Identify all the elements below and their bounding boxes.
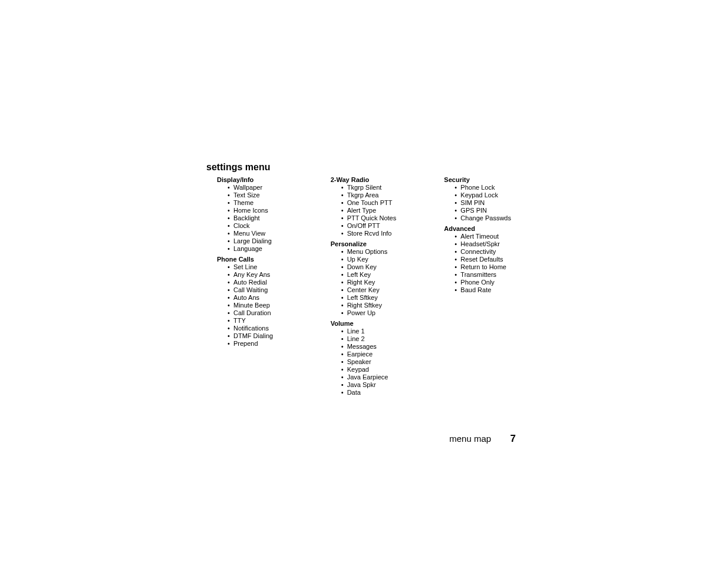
menu-item: Keypad Lock [454,191,535,199]
menu-item: Home Icons [228,207,308,214]
menu-item: Right Sftkey [341,302,422,309]
menu-item: Auto Redial [228,279,308,286]
menu-item: DTMF Dialing [228,332,308,340]
menu-item: Clock [228,222,308,230]
menu-item: Power Up [341,309,422,317]
menu-item: Down Key [341,263,422,271]
menu-item: One Touch PTT [341,199,422,207]
menu-item: Store Rcvd Info [341,230,422,237]
menu-item: Theme [228,199,308,207]
menu-group-list: Wallpaper Text Size Theme Home Icons Bac… [228,184,308,253]
menu-item: Backlight [228,214,308,222]
menu-item: Java Spkr [341,381,422,389]
menu-item: Right Key [341,279,422,286]
group-heading: Personalize [331,240,422,248]
group-heading: Volume [331,319,422,328]
menu-item: Up Key [341,256,422,263]
menu-column-1: Display/Info Wallpaper Text Size Theme H… [217,176,308,399]
menu-item: Call Duration [228,309,308,317]
menu-group-list: Alert Timeout Headset/Spkr Connectivity … [454,233,535,294]
menu-item: Wallpaper [228,184,308,191]
menu-item: PTT Quick Notes [341,214,422,222]
menu-group-list: Set Line Any Key Ans Auto Redial Call Wa… [228,263,308,348]
menu-item: Prepend [228,340,308,348]
menu-group-list: Tkgrp Silent Tkgrp Area One Touch PTT Al… [341,184,422,237]
group-heading: Phone Calls [217,255,308,263]
menu-item: Menu View [228,230,308,237]
menu-item: Phone Only [454,279,535,286]
menu-item: Minute Beep [228,302,308,309]
menu-item: GPS PIN [454,207,535,214]
menu-item: Language [228,245,308,253]
menu-item: Line 1 [341,328,422,335]
group-heading: Display/Info [217,176,308,184]
menu-item: Change Passwds [454,214,535,222]
menu-item: Left Sftkey [341,294,422,302]
menu-item: Data [341,389,422,396]
menu-item: Return to Home [454,263,535,271]
menu-item: Baud Rate [454,286,535,294]
menu-item: Text Size [228,191,308,199]
menu-item: Earpiece [341,351,422,358]
footer-section-label: menu map [449,434,491,444]
menu-item: Left Key [341,271,422,279]
menu-item: Menu Options [341,248,422,256]
menu-column-2: 2-Way Radio Tkgrp Silent Tkgrp Area One … [331,176,422,399]
menu-item: Alert Type [341,207,422,214]
menu-item: Center Key [341,286,422,294]
menu-group-list: Menu Options Up Key Down Key Left Key Ri… [341,248,422,317]
menu-item: Headset/Spkr [454,240,535,248]
group-heading: 2-Way Radio [331,176,422,184]
group-heading: Advanced [444,224,535,233]
menu-item: Speaker [341,358,422,366]
menu-item: Large Dialing [228,237,308,245]
menu-item: Reset Defaults [454,256,535,263]
page-title: settings menu [206,162,270,173]
menu-item: Phone Lock [454,184,535,191]
menu-item: Notifications [228,325,308,332]
menu-item: TTY [228,317,308,325]
menu-item: Java Earpiece [341,373,422,381]
page-footer: menu map 7 [0,433,728,445]
menu-item: Tkgrp Area [341,191,422,199]
menu-column-3: Security Phone Lock Keypad Lock SIM PIN … [444,176,535,399]
menu-group-list: Phone Lock Keypad Lock SIM PIN GPS PIN C… [454,184,535,222]
menu-item: On/Off PTT [341,222,422,230]
page: settings menu Display/Info Wallpaper Tex… [0,0,728,562]
menu-item: Call Waiting [228,286,308,294]
menu-item: Line 2 [341,335,422,343]
menu-item: SIM PIN [454,199,535,207]
menu-item: Connectivity [454,248,535,256]
page-number: 7 [510,433,516,444]
menu-item: Set Line [228,263,308,271]
menu-group-list: Line 1 Line 2 Messages Earpiece Speaker … [341,328,422,396]
menu-item: Any Key Ans [228,271,308,279]
menu-item: Tkgrp Silent [341,184,422,191]
menu-item: Messages [341,343,422,351]
menu-item: Transmitters [454,271,535,279]
menu-columns: Display/Info Wallpaper Text Size Theme H… [217,176,535,399]
menu-item: Keypad [341,366,422,373]
menu-item: Auto Ans [228,294,308,302]
group-heading: Security [444,176,535,184]
menu-item: Alert Timeout [454,233,535,240]
